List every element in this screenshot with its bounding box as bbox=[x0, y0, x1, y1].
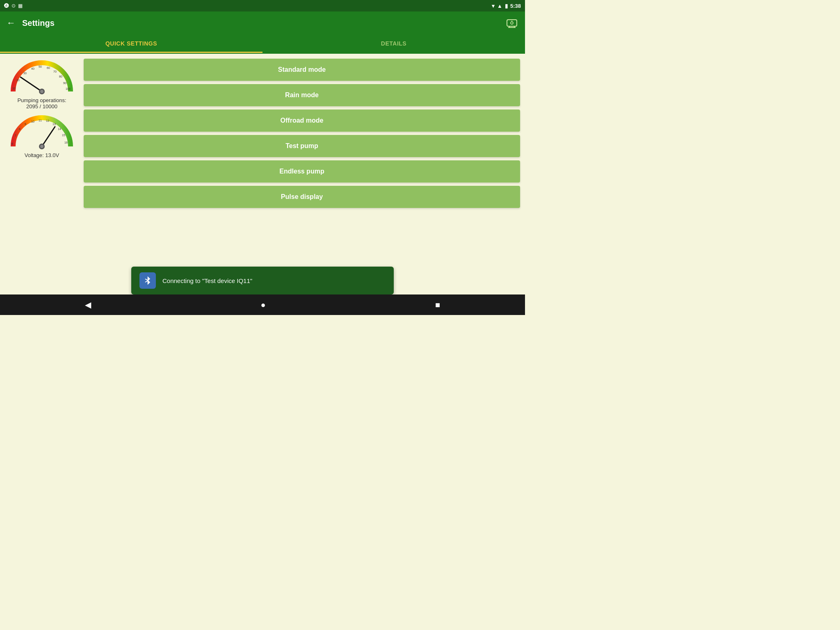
nav-bar: ◀ ● ■ bbox=[0, 294, 525, 315]
wifi-icon: ▾ bbox=[492, 3, 495, 9]
svg-text:10: 10 bbox=[12, 87, 16, 90]
voltage-gauge: 6 7 8 9 10 11 12 13 14 15 16 bbox=[9, 114, 75, 151]
svg-point-28 bbox=[40, 145, 43, 148]
status-bar: 🅐 ⊙ ▦ ▾ ▲ ▮ 5:38 bbox=[0, 0, 525, 11]
pulse-display-button[interactable]: Pulse display bbox=[84, 186, 520, 208]
svg-text:90: 90 bbox=[63, 82, 66, 84]
svg-text:9: 9 bbox=[25, 123, 26, 126]
rain-mode-button[interactable]: Rain mode bbox=[84, 84, 520, 106]
svg-text:16: 16 bbox=[64, 141, 68, 144]
tab-details[interactable]: DETAILS bbox=[262, 34, 525, 53]
svg-text:13: 13 bbox=[52, 123, 56, 126]
clock-icon: ⊙ bbox=[11, 3, 16, 9]
status-icons-left: 🅐 ⊙ ▦ bbox=[4, 3, 23, 9]
svg-text:14: 14 bbox=[58, 128, 61, 130]
gauges-panel: 10 20 30 40 50 60 70 80 90 100 Pumping o… bbox=[5, 59, 79, 284]
battery-icon: ▮ bbox=[505, 3, 508, 9]
svg-text:11: 11 bbox=[39, 119, 42, 122]
device-settings-button[interactable] bbox=[505, 16, 518, 30]
tab-bar: QUICK SETTINGS DETAILS bbox=[0, 34, 525, 54]
svg-line-12 bbox=[21, 77, 42, 91]
test-pump-button[interactable]: Test pump bbox=[84, 135, 520, 157]
svg-text:12: 12 bbox=[46, 119, 49, 122]
status-icons-right: ▾ ▲ ▮ 5:38 bbox=[492, 3, 521, 9]
svg-text:100: 100 bbox=[66, 87, 71, 90]
svg-text:10: 10 bbox=[31, 120, 34, 123]
pumping-gauge: 10 20 30 40 50 60 70 80 90 100 bbox=[9, 59, 75, 96]
time-display: 5:38 bbox=[510, 3, 521, 9]
svg-text:8: 8 bbox=[19, 128, 21, 130]
svg-point-14 bbox=[40, 90, 43, 93]
svg-text:70: 70 bbox=[53, 70, 57, 73]
svg-text:40: 40 bbox=[31, 67, 34, 70]
notification-icon: 🅐 bbox=[4, 3, 9, 9]
pumping-label: Pumping operations: 2095 / 10000 bbox=[17, 97, 66, 110]
pumping-gauge-container: 10 20 30 40 50 60 70 80 90 100 Pumping o… bbox=[9, 59, 75, 110]
mode-buttons-panel: Standard mode Rain mode Offroad mode Tes… bbox=[84, 59, 520, 284]
bluetooth-icon bbox=[139, 272, 156, 289]
note-icon: ▦ bbox=[18, 3, 23, 9]
svg-text:50: 50 bbox=[39, 65, 42, 68]
svg-text:7: 7 bbox=[15, 134, 16, 137]
standard-mode-button[interactable]: Standard mode bbox=[84, 59, 520, 81]
svg-point-1 bbox=[511, 22, 513, 24]
voltage-label: Voltage: 13.0V bbox=[25, 152, 59, 158]
main-content: 10 20 30 40 50 60 70 80 90 100 Pumping o… bbox=[0, 54, 525, 289]
page-title: Settings bbox=[22, 18, 505, 28]
endless-pump-button[interactable]: Endless pump bbox=[84, 160, 520, 183]
notification-bar: Connecting to "Test device IQ11" bbox=[131, 267, 394, 294]
svg-text:6: 6 bbox=[11, 142, 13, 145]
voltage-gauge-container: 6 7 8 9 10 11 12 13 14 15 16 Voltage: 13… bbox=[9, 114, 75, 158]
svg-text:80: 80 bbox=[59, 75, 62, 78]
nav-back-button[interactable]: ◀ bbox=[77, 297, 99, 313]
top-app-bar: ← Settings bbox=[0, 11, 525, 34]
nav-recent-button[interactable]: ■ bbox=[427, 297, 448, 313]
svg-text:15: 15 bbox=[62, 134, 65, 137]
notification-message: Connecting to "Test device IQ11" bbox=[162, 277, 252, 284]
svg-text:30: 30 bbox=[23, 72, 27, 75]
back-button[interactable]: ← bbox=[7, 18, 16, 28]
signal-icon: ▲ bbox=[497, 3, 502, 9]
device-icon bbox=[505, 16, 518, 30]
offroad-mode-button[interactable]: Offroad mode bbox=[84, 110, 520, 132]
svg-line-26 bbox=[42, 127, 55, 146]
svg-text:20: 20 bbox=[16, 79, 20, 82]
tab-quick-settings[interactable]: QUICK SETTINGS bbox=[0, 34, 262, 53]
nav-home-button[interactable]: ● bbox=[252, 297, 274, 313]
svg-text:60: 60 bbox=[47, 66, 50, 69]
